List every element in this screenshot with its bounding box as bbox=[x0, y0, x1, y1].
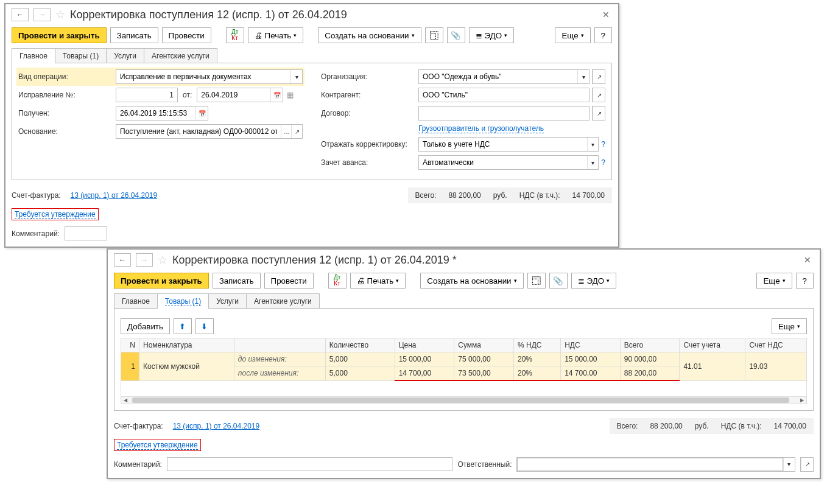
nav-back-button[interactable]: ← bbox=[12, 8, 29, 12]
favorite-star-icon[interactable]: ☆ bbox=[55, 8, 65, 12]
close-icon[interactable]: ✕ bbox=[600, 10, 612, 12]
window-title: Корректировка поступления 12 (испр. 1) о… bbox=[70, 9, 595, 13]
nav-forward-button[interactable]: → bbox=[33, 8, 51, 12]
titlebar: ← → ☆ Корректировка поступления 12 (испр… bbox=[5, 4, 618, 12]
window-main: ← → ☆ Корректировка поступления 12 (испр… bbox=[4, 3, 619, 12]
